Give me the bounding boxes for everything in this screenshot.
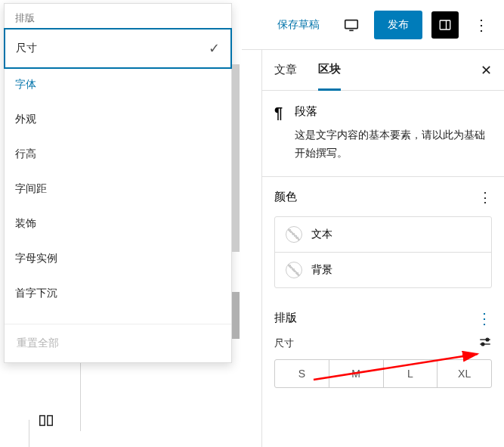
dropdown-item-lineheight[interactable]: 行高 [5, 137, 231, 172]
size-label: 尺寸 [274, 337, 294, 350]
close-icon[interactable]: ✕ [481, 62, 492, 79]
size-btn-l[interactable]: L [384, 360, 438, 387]
columns-icon [33, 409, 59, 432]
sidebar-tabs: 文章 区块 ✕ [262, 50, 504, 91]
block-title: 段落 [295, 104, 492, 119]
dropdown-item-decoration[interactable]: 装饰 [5, 206, 231, 241]
more-options-icon[interactable]: ⋮ [468, 11, 495, 39]
background-color-row[interactable]: 背景 [275, 252, 491, 287]
save-draft-button[interactable]: 保存草稿 [268, 12, 329, 38]
svg-rect-2 [345, 20, 358, 28]
size-btn-s[interactable]: S [275, 360, 329, 387]
svg-point-7 [486, 338, 489, 341]
dropdown-item-lettercase[interactable]: 字母实例 [5, 241, 231, 276]
text-color-swatch [286, 226, 302, 243]
dropdown-reset-all[interactable]: 重置全部 [5, 324, 231, 362]
dropdown-item-appearance[interactable]: 外观 [5, 102, 231, 137]
size-button-group: S M L XL [274, 359, 492, 388]
preview-device-icon[interactable] [338, 11, 365, 39]
typography-dropdown: 排版 尺寸 ✓ 字体 外观 行高 字间距 装饰 字母实例 首字下沉 重置全部 [4, 3, 232, 363]
paragraph-icon: ¶ [274, 104, 283, 163]
block-info-panel: ¶ 段落 这是文字内容的基本要素，请以此为基础开始撰写。 [262, 91, 504, 177]
color-options-icon[interactable]: ⋮ [478, 189, 492, 206]
sliders-icon[interactable] [478, 335, 492, 352]
typography-options-icon[interactable]: ⋮ [477, 311, 492, 326]
scrollbar[interactable] [232, 64, 240, 252]
bg-color-swatch [286, 262, 302, 278]
block-description: 这是文字内容的基本要素，请以此为基础开始撰写。 [295, 126, 492, 163]
svg-point-9 [481, 343, 484, 346]
svg-rect-4 [440, 20, 450, 29]
editor-topbar: 保存草稿 发布 ⋮ [242, 0, 504, 50]
svg-rect-1 [48, 416, 52, 426]
size-btn-m[interactable]: M [329, 360, 384, 387]
size-btn-xl[interactable]: XL [438, 360, 491, 387]
publish-button[interactable]: 发布 [374, 11, 422, 39]
tab-post[interactable]: 文章 [274, 51, 297, 89]
typography-section-title: 排版 [274, 311, 297, 325]
dropdown-title: 排版 [5, 4, 231, 29]
dropdown-item-dropcap[interactable]: 首字下沉 [5, 276, 231, 311]
color-section: 颜色 ⋮ 文本 背景 [262, 177, 504, 300]
text-color-row[interactable]: 文本 [275, 217, 491, 252]
dropdown-item-letterspacing[interactable]: 字间距 [5, 172, 231, 206]
dropdown-item-size[interactable]: 尺寸 ✓ [4, 28, 232, 69]
settings-panel-toggle[interactable] [431, 11, 459, 39]
dropdown-item-font[interactable]: 字体 [5, 67, 231, 102]
connector-line [29, 420, 29, 447]
svg-rect-0 [40, 416, 45, 426]
color-section-title: 颜色 [274, 190, 297, 204]
scrollbar[interactable] [232, 292, 240, 339]
settings-sidebar: 文章 区块 ✕ ¶ 段落 这是文字内容的基本要素，请以此为基础开始撰写。 颜色 … [261, 50, 504, 447]
connector-line [80, 363, 81, 431]
tab-block[interactable]: 区块 [318, 50, 341, 91]
typography-section: 排版 ⋮ 尺寸 S M L XL [262, 300, 504, 400]
check-icon: ✓ [209, 40, 220, 57]
